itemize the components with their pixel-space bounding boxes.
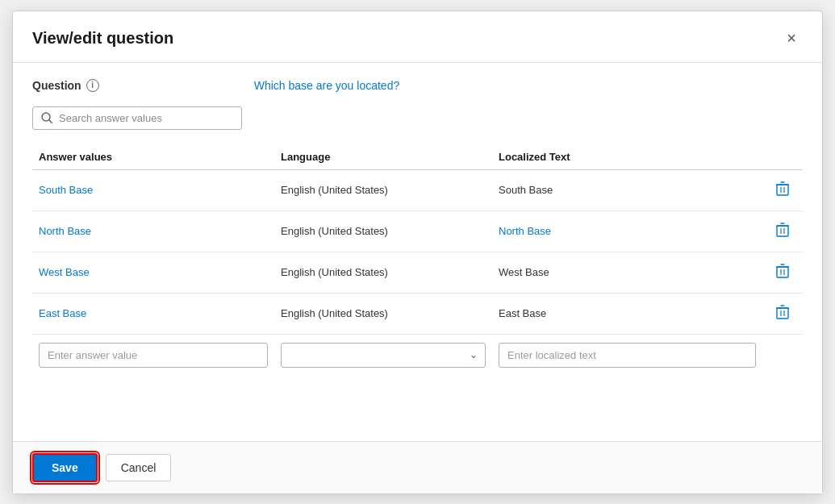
svg-rect-12 — [777, 267, 788, 277]
answer-value-cell: East Base — [32, 299, 274, 327]
localized-cell: West Base — [492, 258, 762, 286]
delete-button[interactable] — [773, 302, 792, 326]
language-cell: English (United States) — [274, 217, 492, 245]
answer-table: Answer values Language Localized Text So… — [32, 144, 803, 373]
question-row: Question i Which base are you located? — [32, 79, 803, 92]
answer-input-cell — [32, 338, 274, 373]
col-header-action — [762, 151, 803, 163]
delete-button[interactable] — [773, 219, 792, 244]
answer-value-cell: South Base — [32, 176, 274, 204]
table-row: East Base English (United States) East B… — [32, 294, 803, 335]
delete-button[interactable] — [773, 178, 792, 202]
col-header-language: Language — [274, 151, 492, 163]
table-row: West Base English (United States) West B… — [32, 252, 803, 294]
dialog-title: View/edit question — [32, 29, 173, 48]
localized-cell: East Base — [492, 299, 762, 327]
table-header: Answer values Language Localized Text — [32, 144, 803, 170]
info-icon[interactable]: i — [86, 79, 99, 92]
language-input-cell: English (United States) French (France) … — [274, 338, 492, 373]
question-text: Which base are you located? — [254, 79, 400, 92]
svg-rect-7 — [777, 226, 788, 236]
localized-cell: South Base — [492, 176, 762, 204]
action-cell — [762, 294, 803, 334]
svg-line-1 — [49, 120, 52, 123]
search-icon — [41, 112, 52, 123]
language-select-wrapper: English (United States) French (France) … — [281, 343, 486, 368]
language-select[interactable]: English (United States) French (France) … — [281, 343, 486, 368]
localized-text-input[interactable] — [499, 343, 756, 368]
delete-button[interactable] — [773, 260, 792, 285]
trash-icon — [776, 305, 789, 319]
localized-cell: North Base — [492, 217, 762, 245]
dialog-header: View/edit question × — [13, 11, 822, 63]
language-cell: English (United States) — [274, 176, 492, 204]
dialog-body: Question i Which base are you located? A… — [13, 63, 822, 441]
language-cell: English (United States) — [274, 258, 492, 286]
table-row: North Base English (United States) North… — [32, 211, 803, 252]
dialog-footer: Save Cancel — [13, 441, 822, 494]
cancel-button[interactable]: Cancel — [106, 454, 172, 481]
svg-rect-17 — [777, 308, 788, 319]
trash-icon — [776, 181, 789, 196]
svg-rect-2 — [777, 185, 788, 195]
action-cell — [762, 170, 803, 210]
col-header-localized: Localized Text — [492, 151, 762, 163]
view-edit-dialog: View/edit question × Question i Which ba… — [12, 10, 823, 494]
localized-input-cell — [492, 338, 762, 373]
save-button[interactable]: Save — [32, 453, 98, 482]
answer-value-input[interactable] — [39, 343, 268, 368]
col-header-answer: Answer values — [32, 151, 274, 163]
action-cell — [762, 252, 803, 293]
new-entry-row: English (United States) French (France) … — [32, 338, 803, 373]
answer-value-cell: North Base — [32, 217, 274, 245]
question-label: Question i — [32, 79, 99, 92]
trash-icon — [776, 223, 789, 237]
search-box — [32, 106, 242, 130]
table-row: South Base English (United States) South… — [32, 170, 803, 211]
action-cell — [762, 211, 803, 252]
trash-icon — [776, 264, 789, 278]
close-button[interactable]: × — [780, 26, 803, 51]
search-input[interactable] — [59, 112, 233, 124]
answer-value-cell: West Base — [32, 258, 274, 286]
action-input-cell — [762, 350, 803, 360]
language-cell: English (United States) — [274, 299, 492, 327]
